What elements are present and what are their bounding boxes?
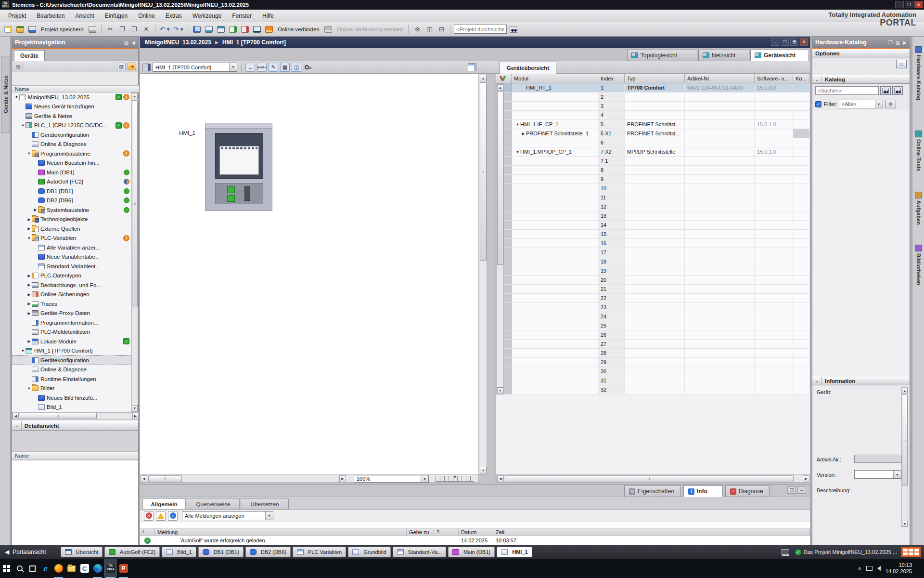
tree-item[interactable]: Alle Variablen anzei... xyxy=(12,243,138,252)
table-vscroll-thumb[interactable]: ≡ xyxy=(497,92,503,265)
maximize-icon[interactable]: ❐ xyxy=(905,1,913,8)
information-section-header[interactable]: ⌄ Information xyxy=(812,377,910,385)
table-vertical-scrollbar[interactable]: ▲ ≡ ▼ xyxy=(496,83,504,394)
table-row[interactable]: 32 xyxy=(496,385,810,394)
table-row[interactable]: 2 xyxy=(496,92,810,102)
menu-item-ansicht[interactable]: Ansicht xyxy=(70,11,99,21)
expander-icon[interactable]: ▼ xyxy=(26,386,32,391)
measure-icon[interactable]: ↔ xyxy=(245,63,255,72)
columns-icon[interactable]: ◫ xyxy=(292,63,301,72)
open-project-icon[interactable] xyxy=(15,24,26,35)
canvas-vertical-scrollbar[interactable]: ▲ ≡ ▼ xyxy=(479,74,487,474)
search-up-icon[interactable] xyxy=(892,86,903,95)
table-row[interactable]: 30 xyxy=(496,367,810,376)
save-project-icon[interactable] xyxy=(27,24,38,35)
go-online-icon[interactable] xyxy=(264,24,274,35)
stop-runtime-icon[interactable] xyxy=(240,24,250,35)
scroll-up-icon[interactable]: ▲ xyxy=(480,75,487,81)
scroll-down-icon[interactable]: ▼ xyxy=(480,467,487,473)
minimize-icon[interactable]: ─ xyxy=(895,1,904,8)
taskbar-explorer[interactable] xyxy=(65,559,78,578)
table-row[interactable]: 23 xyxy=(496,303,810,312)
tab-netzsicht[interactable]: Netzsicht xyxy=(698,50,749,61)
copy-icon[interactable]: ❐ xyxy=(117,24,128,35)
expander-icon[interactable]: ▶ xyxy=(26,283,32,287)
scroll-right-icon[interactable]: ▶ xyxy=(803,475,809,482)
tree-item[interactable]: ▶PLC-Datentypen xyxy=(12,271,138,281)
tray-expand-icon[interactable]: ∧ xyxy=(858,565,861,572)
tree-item[interactable]: Neues Bild hinzufü... xyxy=(12,393,138,403)
taskbar-edge[interactable]: e xyxy=(39,559,52,578)
expander-icon[interactable]: ▶ xyxy=(26,226,32,231)
tree-item[interactable]: ▶Beobachtungs- und Fo... xyxy=(12,280,138,290)
expander-icon[interactable]: ▶ xyxy=(26,292,32,297)
subtab-querverweise[interactable]: Querverweise xyxy=(187,499,240,510)
table-row[interactable]: 10 xyxy=(496,184,810,193)
expander-icon[interactable]: ▼ xyxy=(515,150,520,154)
editor-button-plcvariablen[interactable]: PLC Variablen xyxy=(293,547,346,557)
table-row[interactable]: 11 xyxy=(496,193,810,202)
tree-item[interactable]: Programminformation... xyxy=(12,318,138,328)
scroll-down-icon[interactable]: ▼ xyxy=(497,387,503,394)
tree-item[interactable]: Bild_1 xyxy=(12,403,138,412)
tree-item[interactable]: ▶Traces xyxy=(12,299,138,309)
scroll-up-icon[interactable]: ▲ xyxy=(497,84,503,91)
inspector-collapse-icon[interactable]: ─ xyxy=(797,486,806,494)
editor-minimize-icon[interactable]: ─ xyxy=(771,38,779,46)
table-row[interactable]: ▼HMI_1.IE_CP_15PROFINET Schnittst...15.0… xyxy=(496,120,810,129)
tab-topologiesicht[interactable]: Topologiesicht xyxy=(627,50,697,61)
search-binoculars-icon[interactable] xyxy=(508,24,519,35)
project-search-input[interactable] xyxy=(454,25,507,34)
collapse-panel-icon[interactable]: ◀ xyxy=(131,40,135,45)
zoom-select[interactable]: 100%▼ xyxy=(354,475,429,483)
column-header-ko[interactable]: Ko... xyxy=(793,74,810,83)
taskbar-edge-chromium[interactable] xyxy=(91,559,104,578)
delete-icon[interactable]: ✕ xyxy=(141,24,152,35)
tree-item[interactable]: DB2 [DB6] xyxy=(12,196,138,206)
strip-tab-bibliotheken[interactable]: Bibliotheken xyxy=(913,245,924,285)
table-row[interactable]: 6 xyxy=(496,138,810,147)
taskbar-task-view[interactable] xyxy=(26,559,39,578)
table-row[interactable]: 29 xyxy=(496,358,810,367)
info-scroll-thumb[interactable]: ≡ xyxy=(902,394,908,486)
table-row[interactable]: 21 xyxy=(496,285,810,294)
editor-float-icon[interactable]: ❐ xyxy=(781,38,789,46)
tree-scroll-thumb[interactable]: ≡ xyxy=(132,100,138,307)
float-panel-icon[interactable]: ❐ xyxy=(888,40,893,45)
column-header-modul[interactable]: Modul xyxy=(512,74,598,83)
tree-item[interactable]: ▶Systembausteine xyxy=(12,205,138,215)
tab-geraeteuebersicht[interactable]: Geräteübersicht xyxy=(500,62,556,74)
hmi-device-graphic[interactable] xyxy=(205,123,272,211)
table-row[interactable]: 28 xyxy=(496,349,810,358)
menu-item-projekt[interactable]: Projekt xyxy=(3,11,31,21)
search-down-icon[interactable] xyxy=(880,86,891,95)
tree-item[interactable]: Neues Gerät hinzufügen xyxy=(12,102,138,112)
upload-from-device-icon[interactable] xyxy=(216,24,226,35)
go-online-label[interactable]: Online verbinden xyxy=(276,26,321,32)
table-row[interactable]: ▶PROFINET Schnittstelle_15 X1PROFINET Sc… xyxy=(496,129,810,138)
tree-item[interactable]: ▼Bilder xyxy=(12,384,138,394)
crosshair-icon[interactable]: ⊗ xyxy=(412,24,423,35)
expander-icon[interactable]: ▶ xyxy=(26,302,32,306)
subtab-bersetzen[interactable]: Übersetzen xyxy=(241,499,289,510)
new-project-icon[interactable] xyxy=(3,24,13,35)
window-option-icon[interactable]: ▭ xyxy=(896,60,907,68)
table-row[interactable]: 3 xyxy=(496,102,810,111)
split-editor-icon[interactable] xyxy=(468,63,476,71)
menu-item-werkzeuge[interactable]: Werkzeuge xyxy=(187,11,227,21)
editor-close-icon[interactable]: ✕ xyxy=(800,38,808,46)
redo-icon[interactable]: ↷ ▾ xyxy=(172,24,184,35)
tab-gerätesicht[interactable]: Gerätesicht xyxy=(750,50,809,61)
tree-item[interactable]: Neue Variablentabe.. xyxy=(12,252,138,262)
catalog-list-area[interactable] xyxy=(813,110,909,377)
tree-item[interactable]: Gerätekonfiguration xyxy=(12,355,138,365)
tree-vertical-scrollbar[interactable]: ▲ ≡ ▼ xyxy=(131,92,138,412)
expander-icon[interactable]: ▶ xyxy=(26,217,32,222)
information-scrollbar[interactable]: ▲ ≡ ▼ xyxy=(901,387,908,527)
version-select[interactable]: ▼ xyxy=(854,470,901,479)
canvas-vscroll-thumb[interactable]: ≡ xyxy=(480,82,487,261)
tree-item[interactable]: ▼MinigolfNEU_13.02.2025✓! xyxy=(12,92,138,102)
tree-item[interactable]: ▶Technologieobjekte xyxy=(12,215,138,224)
table-row[interactable]: 27 xyxy=(496,340,810,349)
message-column-datum[interactable]: Datum xyxy=(459,528,493,536)
